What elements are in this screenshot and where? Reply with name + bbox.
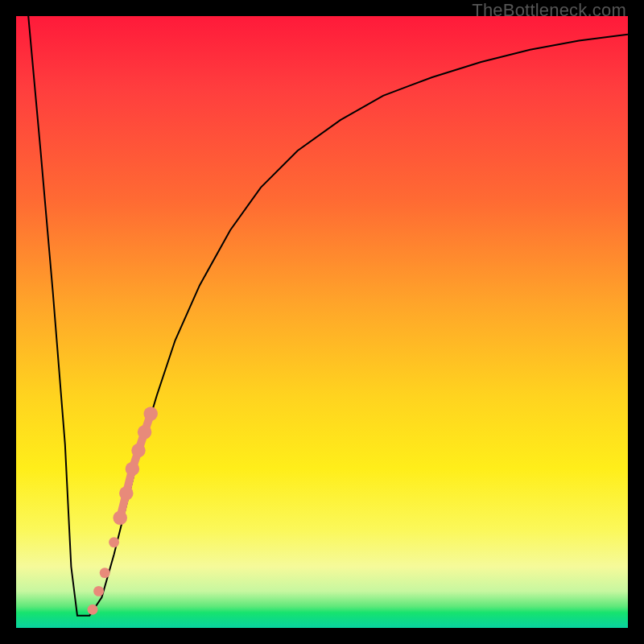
highlight-dot	[88, 605, 98, 615]
highlight-dots	[88, 407, 158, 614]
highlight-dot	[93, 586, 104, 597]
bottleneck-curve	[28, 16, 628, 616]
highlight-dot	[119, 486, 133, 500]
curve-svg	[16, 16, 628, 628]
highlight-dot	[109, 537, 119, 547]
highlight-dot	[113, 510, 126, 524]
highlight-dot	[100, 568, 110, 578]
highlight-dot	[138, 425, 151, 439]
highlight-dot	[131, 444, 145, 457]
plot-area	[16, 16, 628, 628]
chart-frame: TheBottleneck.com	[0, 0, 644, 644]
highlight-dot	[126, 462, 139, 476]
highlight-dot	[143, 407, 157, 420]
